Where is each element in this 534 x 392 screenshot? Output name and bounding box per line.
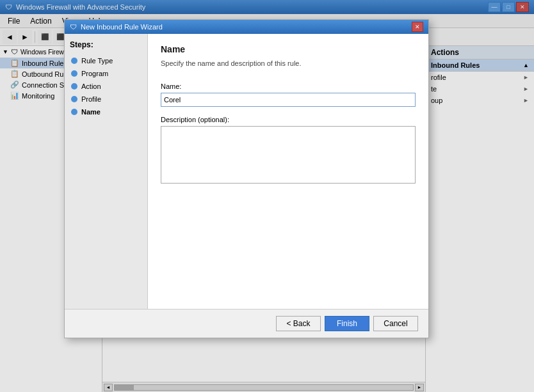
finish-button[interactable]: Finish	[325, 316, 369, 331]
back-button[interactable]: < Back	[276, 316, 321, 331]
step-rule-type-label: Rule Type	[81, 57, 113, 65]
wizard-dialog: 🛡 New Inbound Rule Wizard ✕ Steps: Rule …	[64, 19, 429, 338]
content-title: Name	[161, 44, 416, 54]
step-rule-type[interactable]: Rule Type	[70, 54, 142, 67]
step-dot-2	[71, 70, 77, 77]
steps-label: Steps:	[70, 40, 142, 49]
cancel-button[interactable]: Cancel	[373, 316, 418, 331]
step-dot-1	[71, 58, 77, 64]
name-input[interactable]	[161, 93, 416, 107]
dialog-title: New Inbound Rule Wizard	[81, 23, 163, 31]
step-action[interactable]: Action	[70, 80, 142, 93]
name-label: Name:	[161, 82, 416, 90]
dialog-title-bar: 🛡 New Inbound Rule Wizard ✕	[65, 20, 428, 34]
dialog-body: Steps: Rule Type Program Action Profile	[65, 34, 428, 309]
dialog-content: Name Specify the name and description of…	[148, 34, 428, 309]
dialog-icon: 🛡	[70, 23, 77, 31]
step-action-label: Action	[81, 82, 101, 90]
step-program-label: Program	[81, 70, 108, 77]
step-dot-5	[71, 109, 77, 115]
step-program[interactable]: Program	[70, 67, 142, 80]
name-form-group: Name:	[161, 82, 416, 107]
desc-form-group: Description (optional):	[161, 116, 416, 185]
step-profile-label: Profile	[81, 95, 101, 103]
dialog-close-button[interactable]: ✕	[412, 22, 423, 32]
dialog-footer: < Back Finish Cancel	[65, 309, 428, 338]
desc-label: Description (optional):	[161, 116, 416, 123]
dialog-overlay: 🛡 New Inbound Rule Wizard ✕ Steps: Rule …	[0, 0, 534, 392]
dialog-sidebar: Steps: Rule Type Program Action Profile	[65, 34, 148, 309]
step-profile[interactable]: Profile	[70, 93, 142, 106]
step-name-label: Name	[81, 108, 101, 116]
step-dot-4	[71, 96, 77, 102]
description-textarea[interactable]	[161, 126, 416, 184]
dialog-title-left: 🛡 New Inbound Rule Wizard	[70, 23, 163, 31]
content-subtitle: Specify the name and description of this…	[161, 59, 416, 67]
step-dot-3	[71, 83, 77, 90]
step-name[interactable]: Name	[70, 106, 142, 118]
